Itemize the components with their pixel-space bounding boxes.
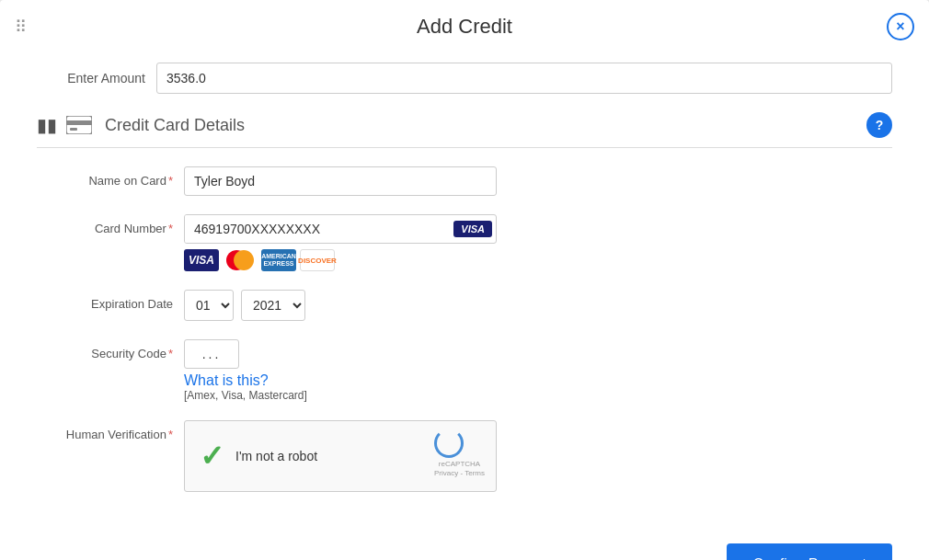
- drag-handle-icon[interactable]: ⠿: [15, 17, 27, 37]
- recaptcha-brand-text: reCAPTCHA: [434, 460, 485, 469]
- card-number-input-row: VISA: [184, 214, 497, 244]
- modal-footer: Confirm Payment: [0, 529, 929, 560]
- name-on-card-label: Name on Card*: [37, 166, 184, 188]
- svg-rect-2: [70, 128, 77, 131]
- security-hint: What is this? [Amex, Visa, Mastercard]: [184, 372, 307, 402]
- modal-body: Enter Amount ▮▮ Credit Card Details ? Na…: [0, 53, 929, 529]
- security-code-row: Security Code* What is this? [Amex, Visa…: [37, 339, 892, 402]
- human-verification-row: Human Verification* ✓ I'm not a robot re…: [37, 420, 892, 492]
- section-title: Credit Card Details: [105, 116, 245, 135]
- card-number-row: Card Number* VISA VISA AMERICANEXPRES: [37, 214, 892, 271]
- visa-logo: VISA: [184, 249, 219, 271]
- name-on-card-row: Name on Card*: [37, 166, 892, 196]
- security-code-input[interactable]: [184, 339, 239, 369]
- card-logos: VISA AMERICANEXPRESS DISCOVER: [184, 249, 497, 271]
- expiry-label: Expiration Date: [37, 290, 184, 311]
- recaptcha-privacy-text: Privacy - Terms: [434, 469, 485, 478]
- expiry-row: Expiration Date 01 02 03 04 05 06 07 08 …: [37, 290, 892, 321]
- amount-label: Enter Amount: [37, 71, 156, 86]
- card-number-input[interactable]: [185, 215, 453, 243]
- card-number-wrapper: VISA VISA AMERICANEXPRESS DISCOVER: [184, 214, 497, 271]
- amount-row: Enter Amount: [37, 63, 892, 94]
- human-verification-label: Human Verification*: [37, 420, 184, 441]
- checkmark-icon: ✓: [200, 439, 224, 474]
- amex-logo: AMERICANEXPRESS: [261, 249, 296, 271]
- expiry-selects: 01 02 03 04 05 06 07 08 09 10 11 12 2021…: [184, 290, 305, 321]
- credit-card-svg-icon: [66, 116, 92, 134]
- security-hint-sub: [Amex, Visa, Mastercard]: [184, 389, 307, 402]
- mastercard-logo: [223, 249, 258, 271]
- svg-rect-1: [66, 120, 92, 125]
- required-indicator: *: [168, 174, 173, 188]
- credit-card-icon: ▮▮: [37, 114, 57, 136]
- help-button[interactable]: ?: [866, 112, 892, 138]
- security-code-label: Security Code*: [37, 339, 184, 360]
- add-credit-modal: ⠿ Add Credit × Enter Amount ▮▮ Credit Ca…: [0, 0, 929, 560]
- close-button[interactable]: ×: [887, 13, 914, 40]
- security-code-wrapper: What is this? [Amex, Visa, Mastercard]: [184, 339, 307, 402]
- expiry-month-select[interactable]: 01 02 03 04 05 06 07 08 09 10 11 12: [184, 290, 234, 321]
- modal-header: ⠿ Add Credit ×: [0, 0, 929, 53]
- card-number-label: Card Number*: [37, 214, 184, 235]
- section-header: ▮▮ Credit Card Details ?: [37, 112, 892, 148]
- visa-badge: VISA: [453, 221, 492, 237]
- confirm-payment-button[interactable]: Confirm Payment: [727, 543, 892, 560]
- discover-logo: DISCOVER: [300, 249, 335, 271]
- recaptcha-logo: reCAPTCHA Privacy - Terms: [434, 429, 485, 477]
- section-title-left: ▮▮ Credit Card Details: [37, 114, 245, 136]
- recaptcha-box[interactable]: ✓ I'm not a robot reCAPTCHA Privacy - Te…: [184, 420, 497, 492]
- modal-title: Add Credit: [417, 15, 512, 39]
- amount-input[interactable]: [156, 63, 892, 94]
- recaptcha-spinner: [434, 429, 464, 458]
- what-is-this-link[interactable]: What is this?: [184, 372, 269, 388]
- name-on-card-input[interactable]: [184, 166, 497, 196]
- expiry-year-select[interactable]: 2021 2022 2023 2024 2025 2026 2027 2028 …: [241, 290, 305, 321]
